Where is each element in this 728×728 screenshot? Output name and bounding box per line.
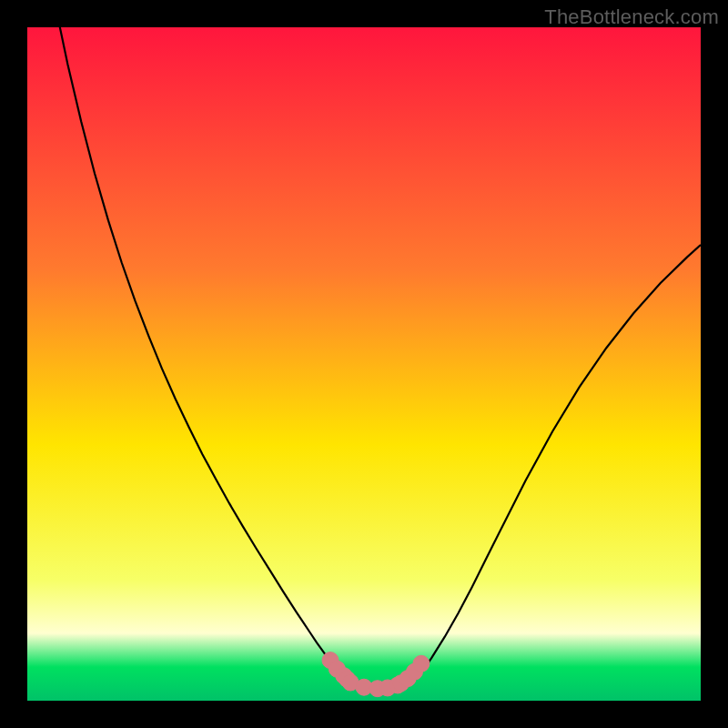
marker-dot	[413, 655, 430, 672]
plot-area	[27, 27, 701, 701]
watermark-text: TheBottleneck.com	[544, 5, 719, 29]
gradient-rect	[27, 27, 701, 701]
chart-svg	[27, 27, 701, 701]
chart-frame: TheBottleneck.com	[0, 0, 728, 728]
